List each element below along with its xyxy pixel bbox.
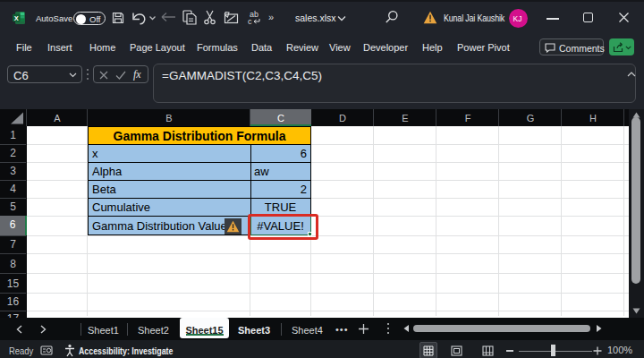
svg-text:X: X [14,14,19,22]
svg-text:c: c [248,17,252,25]
